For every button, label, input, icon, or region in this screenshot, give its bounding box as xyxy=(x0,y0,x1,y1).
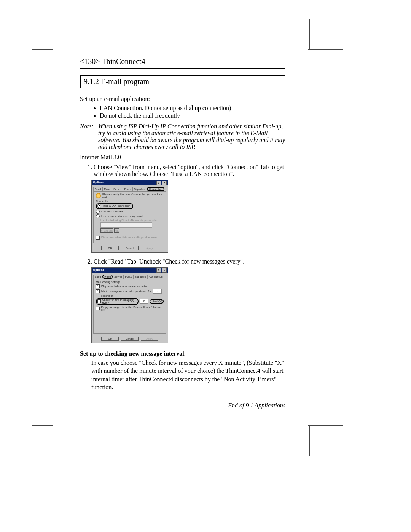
radio-manual-label: I connect manually xyxy=(101,210,123,213)
note-body: When using ISP Dial-Up IP Connection fun… xyxy=(98,123,285,150)
header-rule xyxy=(80,68,285,69)
end-of-section: End of 9.1 Applications xyxy=(80,402,285,409)
ok-button[interactable]: OK xyxy=(101,337,119,341)
empty-checkbox[interactable] xyxy=(96,307,100,310)
window-controls: ? × xyxy=(156,181,167,185)
options-dialog: Options ? × Send Read Server Fonts Signa… xyxy=(91,180,168,253)
dialog-title: Options xyxy=(93,181,104,185)
tab-signature[interactable]: Signature xyxy=(133,275,148,279)
sound-checkbox[interactable] xyxy=(96,284,100,288)
dialog-buttons: OK Cancel Apply xyxy=(92,244,168,252)
tab-server[interactable]: Server xyxy=(113,275,124,279)
tab-server[interactable]: Server xyxy=(112,187,123,191)
globe-icon xyxy=(96,193,101,198)
section-title-box: 9.1.2 E-mail program xyxy=(80,75,285,88)
dialog-titlebar: Options ? × xyxy=(92,180,168,185)
page-header: <130> ThinConnect4 xyxy=(80,57,285,66)
modem-hint: Use the following Dial-Up Networking con… xyxy=(100,219,164,222)
section-title: E-mail program xyxy=(101,77,149,86)
apply-button: Apply xyxy=(141,337,158,341)
note-block: Note: When using ISP Dial-Up IP Connecti… xyxy=(80,123,285,150)
tab-fonts[interactable]: Fonts xyxy=(123,187,133,191)
bullet-item: LAN Connection. Do not setup as dial up … xyxy=(100,105,285,112)
connection-panel: Please specify the type of connection yo… xyxy=(93,191,166,243)
empty-label: Empty messages from the 'Deleted Items' … xyxy=(101,306,164,311)
sub-paragraph: In case you choose "Check for new messag… xyxy=(91,359,285,391)
step-1: Choose "View" from menu, select "option"… xyxy=(94,164,285,177)
tab-send[interactable]: Send xyxy=(93,187,102,191)
options-dialog-read: Options ? × Send Read Server Fonts Signa… xyxy=(91,267,168,343)
read-panel: Mail reading settings Play sound when ne… xyxy=(93,279,166,334)
tab-read[interactable]: Read xyxy=(102,275,113,279)
window-controls: ? × xyxy=(156,268,167,273)
help-icon[interactable]: ? xyxy=(156,268,161,273)
intro-text: Set up an e-mail application: xyxy=(80,95,285,103)
instruction-text: Please specify the type of connection yo… xyxy=(102,193,164,198)
disconnect-label: Disconnect when finished sending and rec… xyxy=(101,236,158,239)
mark-seconds-input[interactable]: 5 xyxy=(153,289,162,294)
sound-label: Play sound when new messages arrive xyxy=(101,285,147,288)
bullet-item: Do not check the mail frequently xyxy=(100,112,285,119)
figure-read-dialog: Options ? × Send Read Server Fonts Signa… xyxy=(91,267,285,343)
radio-lan-label: I use a LAN connection xyxy=(103,204,130,207)
footer-rule xyxy=(80,411,285,411)
cancel-button[interactable]: Cancel xyxy=(121,337,139,341)
tab-connection[interactable]: Connection xyxy=(148,275,164,279)
radio-lan[interactable] xyxy=(97,204,101,208)
tab-signature[interactable]: Signature xyxy=(132,187,147,191)
help-icon[interactable]: ? xyxy=(156,181,161,185)
mark-label: Mark message as read after previewed for xyxy=(101,290,151,292)
step-list: Choose "View" from menu, select "option"… xyxy=(80,164,285,177)
cancel-button[interactable]: Cancel xyxy=(121,246,139,250)
apply-button: Apply xyxy=(141,246,158,250)
radio-modem-label: I use a modem to access my e-mail xyxy=(101,215,143,217)
tab-strip: Send Read Server Fonts Signature Connect… xyxy=(93,275,166,279)
check-interval-checkbox[interactable] xyxy=(97,299,101,303)
tab-strip: Send Read Server Fonts Signature Connect… xyxy=(93,187,166,191)
close-icon[interactable]: × xyxy=(162,181,167,185)
dialup-combo xyxy=(100,222,152,228)
disconnect-checkbox xyxy=(96,236,100,240)
section-number: 9.1.2 xyxy=(84,77,99,86)
ok-button[interactable]: OK xyxy=(101,246,119,250)
bullet-list: LAN Connection. Do not setup as dial up … xyxy=(80,105,285,119)
tab-fonts[interactable]: Fonts xyxy=(124,275,134,279)
note-label: Note: xyxy=(80,123,98,150)
app-name: Internet Mail 3.0 xyxy=(80,153,285,161)
radio-manual[interactable] xyxy=(96,210,100,214)
dialog-titlebar: Options ? × xyxy=(92,268,168,273)
group-label: Connection xyxy=(96,200,164,203)
check-unit: minute(s) xyxy=(151,300,162,303)
properties-button: Properties xyxy=(100,228,113,233)
product-name: ThinConnect4 xyxy=(102,57,145,66)
page-number: <130> xyxy=(80,57,100,66)
dialog-title: Options xyxy=(93,268,104,273)
lan-option-circled: I use a LAN connection xyxy=(96,203,133,209)
step-list-2: Click "Read" Tab. Uncheck "Check for new… xyxy=(80,258,285,265)
group-label: Mail reading settings xyxy=(96,281,164,283)
sub-heading: Set up to checking new message interval. xyxy=(80,350,285,357)
tab-send[interactable]: Send xyxy=(93,275,102,279)
check-unit-circled: minute(s) xyxy=(150,299,164,304)
tab-read[interactable]: Read xyxy=(102,187,112,191)
figure-connection-dialog: Options ? × Send Read Server Fonts Signa… xyxy=(91,180,285,253)
check-minutes-input[interactable]: 30 xyxy=(140,299,148,304)
add-button: Add xyxy=(114,228,119,233)
check-interval-circled: Check for new message(s) every xyxy=(96,298,139,305)
radio-modem[interactable] xyxy=(96,214,100,218)
mark-unit: second(s) xyxy=(101,294,164,297)
close-icon[interactable]: × xyxy=(162,268,167,273)
mark-checkbox[interactable] xyxy=(96,289,100,293)
dialog-buttons: OK Cancel Apply xyxy=(92,335,168,343)
check-interval-label: Check for new message(s) every xyxy=(102,299,135,304)
step-2: Click "Read" Tab. Uncheck "Check for new… xyxy=(94,258,285,265)
tab-connection[interactable]: Connection xyxy=(147,187,164,191)
